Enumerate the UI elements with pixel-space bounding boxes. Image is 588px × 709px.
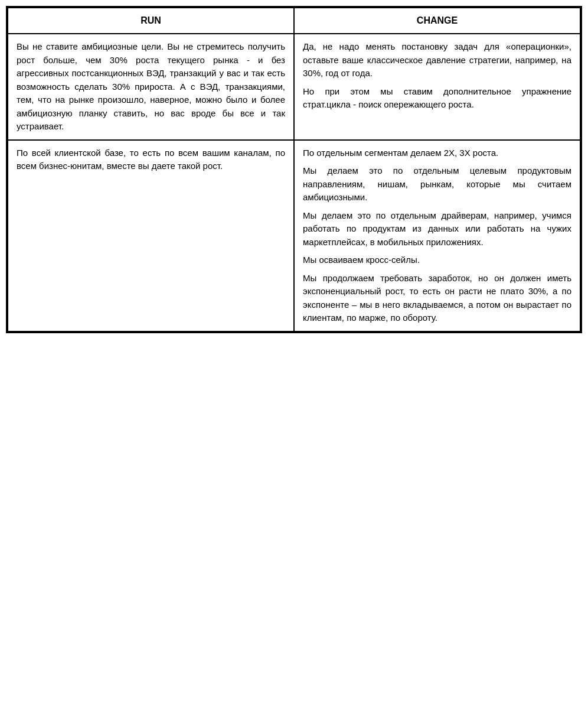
table-row-1: По всей клиентской базе, то есть по всем… xyxy=(8,140,580,331)
cell-change-1: По отдельным сегментам делаем 2X, 3X рос… xyxy=(294,140,580,331)
header-run: RUN xyxy=(8,8,294,34)
main-table: RUN CHANGE Вы не ставите амбициозные цел… xyxy=(6,6,582,333)
header-change: CHANGE xyxy=(294,8,580,34)
cell-run-0: Вы не ставите амбициозные цели. Вы не ст… xyxy=(8,34,294,140)
header-row: RUN CHANGE xyxy=(8,8,580,34)
cell-run-1: По всей клиентской базе, то есть по всем… xyxy=(8,140,294,331)
cell-change-0: Да, не надо менять постановку задач для … xyxy=(294,34,580,140)
table-row-0: Вы не ставите амбициозные цели. Вы не ст… xyxy=(8,34,580,140)
